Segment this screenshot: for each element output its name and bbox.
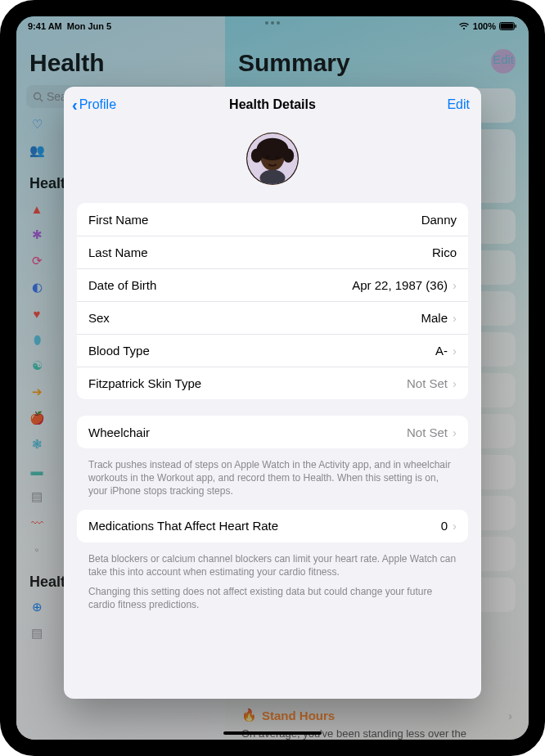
row-label: Blood Type [88, 344, 150, 358]
svg-rect-2 [516, 25, 517, 28]
chevron-right-icon: › [453, 377, 457, 389]
screen: 9:41 AM Mon Jun 5 100% Health Sea [16, 16, 529, 740]
personal-info-group: First Name Danny Last Name Rico Date of … [77, 203, 468, 399]
footer-paragraph: Changing this setting does not affect ex… [88, 585, 457, 611]
row-value: Not Set [407, 376, 448, 390]
row-wheelchair[interactable]: Wheelchair Not Set› [77, 416, 468, 448]
svg-point-11 [276, 155, 279, 159]
row-first-name[interactable]: First Name Danny [77, 203, 468, 236]
battery-percent: 100% [473, 21, 496, 31]
row-fitzpatrick[interactable]: Fitzpatrick Skin Type Not Set› [77, 367, 468, 399]
row-label: Sex [88, 311, 110, 325]
wheelchair-group: Wheelchair Not Set› [77, 416, 468, 448]
row-label: First Name [88, 213, 148, 227]
edit-button[interactable]: Edit [447, 97, 470, 112]
row-value: Not Set [407, 425, 448, 439]
avatar-container [77, 123, 468, 203]
row-label: Last Name [88, 245, 148, 259]
wheelchair-footer: Track pushes instead of steps on Apple W… [77, 455, 468, 510]
back-button[interactable]: ‹ Profile [72, 96, 116, 115]
svg-point-8 [251, 148, 263, 162]
svg-rect-1 [501, 24, 514, 29]
chevron-right-icon: › [453, 426, 457, 439]
row-value: Danny [421, 213, 457, 227]
footer-paragraph: Track pushes instead of steps on Apple W… [88, 458, 457, 498]
row-value: Apr 22, 1987 (36) [352, 278, 448, 292]
wifi-icon [458, 22, 470, 30]
row-label: Date of Birth [88, 278, 156, 292]
chevron-right-icon: › [453, 312, 457, 324]
row-value: Male [421, 311, 448, 325]
row-sex[interactable]: Sex Male› [77, 301, 468, 334]
chevron-right-icon: › [453, 344, 457, 357]
battery-icon [499, 22, 517, 30]
status-bar: 9:41 AM Mon Jun 5 100% [16, 16, 529, 34]
chevron-right-icon: › [453, 520, 457, 532]
svg-point-9 [283, 148, 295, 162]
row-value: Rico [432, 245, 457, 259]
health-details-sheet: ‹ Profile Health Details Edit [64, 87, 481, 699]
chevron-right-icon: › [453, 279, 457, 291]
sheet-body[interactable]: First Name Danny Last Name Rico Date of … [64, 123, 481, 699]
back-label: Profile [79, 97, 116, 112]
row-last-name[interactable]: Last Name Rico [77, 236, 468, 268]
svg-point-10 [266, 155, 269, 159]
footer-paragraph: Beta blockers or calcium channel blocker… [88, 552, 457, 578]
profile-avatar[interactable] [246, 133, 299, 185]
sheet-header: ‹ Profile Health Details Edit [64, 87, 481, 123]
row-blood-type[interactable]: Blood Type A-› [77, 334, 468, 367]
row-label: Wheelchair [88, 425, 150, 439]
row-value: 0 [441, 519, 448, 533]
chevron-left-icon: ‹ [72, 96, 78, 115]
row-label: Fitzpatrick Skin Type [88, 376, 201, 390]
medications-footer: Beta blockers or calcium channel blocker… [77, 549, 468, 623]
row-label: Medications That Affect Heart Rate [88, 519, 278, 533]
multitasking-dots-icon[interactable] [265, 21, 280, 25]
row-value: A- [435, 344, 448, 358]
home-indicator[interactable] [223, 731, 322, 735]
ipad-frame: 9:41 AM Mon Jun 5 100% Health Sea [0, 0, 545, 756]
sheet-title: Health Details [229, 97, 316, 112]
row-date-of-birth[interactable]: Date of Birth Apr 22, 1987 (36)› [77, 268, 468, 301]
medications-group: Medications That Affect Heart Rate 0› [77, 510, 468, 542]
status-time: 9:41 AM [28, 21, 62, 31]
row-medications[interactable]: Medications That Affect Heart Rate 0› [77, 510, 468, 542]
status-date: Mon Jun 5 [67, 21, 111, 31]
